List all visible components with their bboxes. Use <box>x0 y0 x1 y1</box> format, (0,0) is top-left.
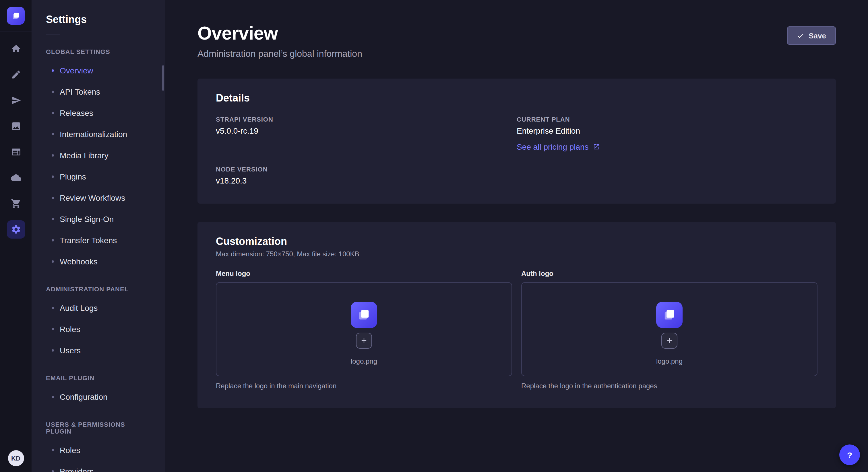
pricing-plans-link[interactable]: See all pricing plans <box>517 142 600 151</box>
bullet-dot <box>52 449 54 451</box>
sidebar-scrollbar-thumb[interactable] <box>162 65 164 91</box>
sidebar-item-admin-roles[interactable]: Roles <box>32 318 165 339</box>
sidebar-item-label: Webhooks <box>60 257 98 266</box>
sidebar-item-users[interactable]: Users <box>32 339 165 361</box>
auth-logo-add-button[interactable] <box>661 333 677 349</box>
menu-logo-dropzone[interactable]: logo.png <box>216 282 512 376</box>
sidebar-item-up-roles[interactable]: Roles <box>32 439 165 461</box>
bullet-dot <box>52 260 54 262</box>
section-heading: ADMINISTRATION PANEL <box>32 285 165 293</box>
question-mark-icon: ? <box>847 450 852 460</box>
customization-card-subtitle: Max dimension: 750×750, Max file size: 1… <box>216 250 817 258</box>
strapi-logo-icon <box>356 308 371 323</box>
details-card-title: Details <box>216 92 817 104</box>
settings-sidebar-header: Settings <box>32 0 165 34</box>
sidebar-item-label: Internationalization <box>60 129 127 138</box>
menu-logo-filename: logo.png <box>351 358 377 366</box>
bullet-dot <box>52 307 54 309</box>
bullet-dot <box>52 196 54 199</box>
field-label: STRAPI VERSION <box>216 116 517 123</box>
navbar-divider <box>0 32 32 32</box>
field-node-version: NODE VERSION v18.20.3 <box>216 166 517 185</box>
sidebar-item-webhooks[interactable]: Webhooks <box>32 250 165 272</box>
bullet-dot <box>52 217 54 220</box>
auth-logo-caption: Replace the logo in the authentication p… <box>521 382 817 390</box>
bullet-dot <box>52 90 54 93</box>
bullet-dot <box>52 154 54 156</box>
cloud-icon <box>11 173 21 183</box>
nav-list: Overview API Tokens Releases Internation… <box>32 60 165 272</box>
field-label: NODE VERSION <box>216 166 517 173</box>
media-library-icon <box>11 121 21 131</box>
sidebar-item-releases[interactable]: Releases <box>32 102 165 123</box>
details-card: Details STRAPI VERSION v5.0.0-rc.19 CURR… <box>197 78 836 204</box>
sidebar-item-label: Roles <box>60 324 81 334</box>
settings-title: Settings <box>46 14 151 26</box>
sidebar-item-plugins[interactable]: Plugins <box>32 166 165 187</box>
home-icon <box>11 43 21 54</box>
menu-logo-add-button[interactable] <box>356 333 372 349</box>
bullet-dot <box>52 69 54 71</box>
sidebar-item-label: Configuration <box>60 392 107 401</box>
nav-list: Configuration <box>32 386 165 407</box>
user-avatar[interactable]: KD <box>8 450 24 466</box>
bullet-dot <box>52 175 54 177</box>
sidebar-item-audit-logs[interactable]: Audit Logs <box>32 297 165 318</box>
nav-content-manager[interactable] <box>7 143 25 161</box>
page-header: Overview Administration panel’s global i… <box>197 23 836 59</box>
sidebar-item-label: Media Library <box>60 150 108 160</box>
marketplace-cart-icon <box>11 198 21 209</box>
bullet-dot <box>52 133 54 135</box>
nav-media-library[interactable] <box>7 117 25 135</box>
strapi-logo-icon <box>11 11 21 21</box>
strapi-logo[interactable] <box>7 7 25 25</box>
save-button[interactable]: Save <box>787 26 836 45</box>
auth-logo-preview <box>656 302 683 328</box>
field-label: CURRENT PLAN <box>517 116 817 123</box>
sidebar-item-media-library[interactable]: Media Library <box>32 144 165 166</box>
section-heading: GLOBAL SETTINGS <box>32 48 165 55</box>
sidebar-item-transfer-tokens[interactable]: Transfer Tokens <box>32 229 165 250</box>
plus-icon <box>360 337 368 345</box>
sidebar-item-label: Users <box>60 345 81 355</box>
nav-releases[interactable] <box>7 91 25 109</box>
nav-settings[interactable] <box>7 220 25 239</box>
section-heading: EMAIL PLUGIN <box>32 374 165 381</box>
bullet-dot <box>52 470 54 472</box>
sidebar-item-label: Transfer Tokens <box>60 235 117 245</box>
bullet-dot <box>52 396 54 398</box>
main-content: Overview Administration panel’s global i… <box>165 0 868 472</box>
content-manager-icon <box>11 147 21 157</box>
section-global-settings: GLOBAL SETTINGS Overview API Tokens Rele… <box>32 48 165 272</box>
details-grid: STRAPI VERSION v5.0.0-rc.19 CURRENT PLAN… <box>216 116 817 185</box>
sidebar-item-overview[interactable]: Overview <box>32 60 165 81</box>
field-strapi-version: STRAPI VERSION v5.0.0-rc.19 <box>216 116 517 152</box>
sidebar-item-api-tokens[interactable]: API Tokens <box>32 81 165 102</box>
auth-logo-dropzone[interactable]: logo.png <box>521 282 817 376</box>
field-current-plan: CURRENT PLAN Enterprise Edition See all … <box>517 116 817 152</box>
auth-logo-label: Auth logo <box>521 270 817 278</box>
sidebar-item-label: Providers <box>60 467 94 472</box>
sidebar-item-internationalization[interactable]: Internationalization <box>32 123 165 144</box>
check-icon <box>797 32 804 39</box>
auth-logo-filename: logo.png <box>656 358 683 366</box>
sidebar-item-single-sign-on[interactable]: Single Sign-On <box>32 208 165 229</box>
save-button-label: Save <box>809 31 826 40</box>
nav-marketplace[interactable] <box>7 194 25 213</box>
nav-content-type-builder[interactable] <box>7 65 25 84</box>
nav-home[interactable] <box>7 40 25 58</box>
section-email-plugin: EMAIL PLUGIN Configuration <box>32 374 165 407</box>
section-users-permissions-plugin: USERS & PERMISSIONS PLUGIN Roles Provide… <box>32 421 165 472</box>
sidebar-item-up-providers[interactable]: Providers <box>32 461 165 472</box>
sidebar-item-review-workflows[interactable]: Review Workflows <box>32 187 165 208</box>
help-button[interactable]: ? <box>839 444 860 465</box>
menu-logo-label: Menu logo <box>216 270 512 278</box>
menu-logo-field: Menu logo logo.png Replac <box>216 270 512 390</box>
menu-logo-preview <box>351 302 377 328</box>
settings-sidebar: Settings GLOBAL SETTINGS Overview API To… <box>32 0 165 472</box>
customization-card: Customization Max dimension: 750×750, Ma… <box>197 222 836 408</box>
customization-card-title: Customization <box>216 236 817 248</box>
sidebar-item-label: Single Sign-On <box>60 214 114 224</box>
sidebar-item-email-configuration[interactable]: Configuration <box>32 386 165 407</box>
nav-cloud[interactable] <box>7 169 25 187</box>
